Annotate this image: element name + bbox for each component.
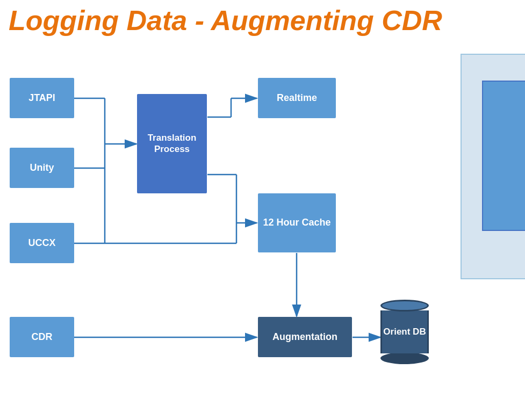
page-title: Logging Data - Augmenting CDR bbox=[0, 0, 525, 36]
orient-db-cylinder: Orient DB bbox=[380, 300, 429, 364]
right-panel-inner bbox=[482, 81, 525, 231]
cylinder-top bbox=[380, 300, 429, 312]
jtapi-box: JTAPI bbox=[10, 78, 74, 118]
augmentation-box: Augmentation bbox=[258, 317, 352, 357]
cylinder-body: Orient DB bbox=[380, 310, 429, 353]
unity-box: Unity bbox=[10, 148, 74, 188]
cylinder-bottom bbox=[380, 352, 429, 364]
uccx-box: UCCX bbox=[10, 223, 74, 263]
cdr-box: CDR bbox=[10, 317, 74, 357]
realtime-box: Realtime bbox=[258, 78, 336, 118]
translation-process-box: Translation Process bbox=[137, 94, 207, 193]
cache-box: 12 Hour Cache bbox=[258, 193, 336, 252]
